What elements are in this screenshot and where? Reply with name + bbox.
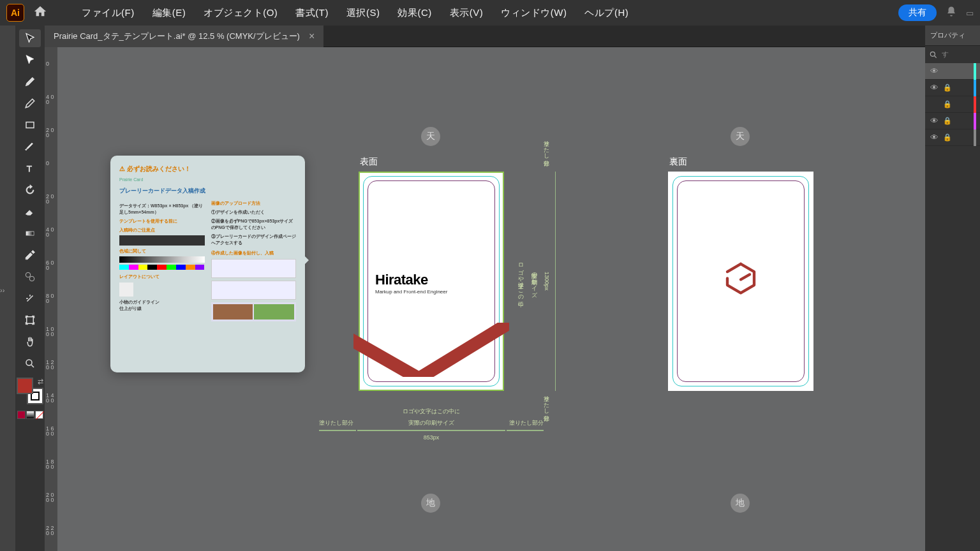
panel-tab-properties[interactable]: プロパティ <box>925 26 980 46</box>
home-icon[interactable] <box>33 4 47 22</box>
selection-tool[interactable] <box>19 29 41 47</box>
artboard-back-label: 裏面 <box>669 156 687 168</box>
paintbrush-tool[interactable] <box>19 138 41 156</box>
menu-window[interactable]: ウィンドウ(W) <box>492 7 575 19</box>
direct-selection-tool[interactable] <box>19 51 41 69</box>
layer-row[interactable]: 👁🔒 <box>925 129 980 146</box>
layer-row[interactable]: 🔒 <box>925 96 980 113</box>
horizontal-dimensions: ロゴや文字はこの中に 塗りたし部分 実際の印刷サイズ 塗りたし部分 853px <box>357 404 505 444</box>
app-logo[interactable]: Ai <box>6 4 24 22</box>
color-mode-none[interactable] <box>35 411 43 419</box>
close-tab-icon[interactable]: × <box>309 31 315 42</box>
symbol-sprayer-tool[interactable] <box>19 290 41 307</box>
type-tool[interactable]: T <box>19 159 41 177</box>
properties-panel: プロパティ す 👁 👁🔒 🔒 👁🔒 👁🔒 <box>925 26 980 551</box>
lock-icon[interactable]: 🔒 <box>943 133 953 142</box>
artboard-tool[interactable] <box>19 311 41 329</box>
callout-warning: ⚠ 必ずお読みください！ <box>119 165 296 173</box>
svg-point-6 <box>26 360 32 365</box>
rectangle-tool[interactable] <box>19 116 41 134</box>
arrange-icon[interactable]: ▭ <box>966 8 974 18</box>
lock-icon[interactable]: 🔒 <box>943 117 953 125</box>
curvature-tool[interactable] <box>19 94 41 112</box>
artboard-front[interactable]: 表面 Hiratake Markup and Front-end Enginee… <box>359 172 504 391</box>
callout-logo: Prairie Card <box>119 177 296 182</box>
canvas[interactable]: ⚠ 必ずお読みください！ Prairie Card プレーリーカードデータ入稿作… <box>57 47 925 551</box>
checkmark-graphic <box>353 323 509 377</box>
bleed-label-bottom: 塗りたし部分 <box>542 392 551 411</box>
svg-rect-5 <box>27 317 34 324</box>
eyedropper-tool[interactable] <box>19 246 41 264</box>
lock-icon[interactable]: 🔒 <box>943 84 953 92</box>
svg-rect-2 <box>26 231 34 235</box>
svg-point-7 <box>930 52 935 56</box>
artboard-back[interactable]: 裏面 <box>668 172 813 391</box>
svg-rect-0 <box>26 122 34 128</box>
notifications-icon[interactable] <box>946 6 957 20</box>
document-tab[interactable]: Prairie Card_タテ_テンプレート.ai* @ 12.5 % (CMY… <box>45 26 323 47</box>
document-area: Prairie Card_タテ_テンプレート.ai* @ 12.5 % (CMY… <box>45 26 925 551</box>
top-badge-front: 天 <box>421 127 440 146</box>
rotate-tool[interactable] <box>19 181 41 199</box>
share-button[interactable]: 共有 <box>898 4 937 21</box>
menu-view[interactable]: 表示(V) <box>441 7 493 19</box>
document-tab-label: Prairie Card_タテ_テンプレート.ai* @ 12.5 % (CMY… <box>54 31 300 42</box>
bottom-badge-front: 地 <box>421 494 440 513</box>
color-mode-solid[interactable] <box>17 411 26 419</box>
color-mode-gradient[interactable] <box>26 411 34 419</box>
pen-tool[interactable] <box>19 73 41 91</box>
visibility-icon[interactable]: 👁 <box>929 66 939 76</box>
hand-tool[interactable] <box>19 333 41 351</box>
lock-icon[interactable]: 🔒 <box>943 100 953 108</box>
card-subtitle-text: Markup and Front-end Engineer <box>375 289 447 295</box>
hexagon-logo <box>723 261 759 298</box>
layer-row[interactable]: 👁🔒 <box>925 80 980 96</box>
search-icon <box>929 50 938 59</box>
vertical-ruler[interactable]: 04 0 02 0 002 0 04 0 06 0 08 0 01 0 0 01… <box>45 47 57 551</box>
gradient-tool[interactable] <box>19 224 41 242</box>
top-badge-back: 天 <box>731 127 750 146</box>
layer-row[interactable]: 👁 <box>925 63 980 80</box>
menu-bar: ファイル(F) 編集(E) オブジェクト(O) 書式(T) 選択(S) 効果(C… <box>73 7 637 19</box>
menu-object[interactable]: オブジェクト(O) <box>195 7 286 19</box>
menu-help[interactable]: ヘルプ(H) <box>575 7 637 19</box>
visibility-icon[interactable]: 👁 <box>929 116 939 126</box>
bleed-label-top: 塗りたし部分 <box>542 136 551 156</box>
menu-edit[interactable]: 編集(E) <box>144 7 195 19</box>
zoom-tool[interactable] <box>19 355 41 372</box>
swap-fill-stroke-icon[interactable]: ⇄ <box>38 378 43 386</box>
visibility-icon[interactable]: 👁 <box>929 133 939 142</box>
fill-swatch[interactable] <box>17 378 33 394</box>
bottom-badge-back: 地 <box>731 494 750 513</box>
svg-point-4 <box>29 276 34 281</box>
fill-stroke-swatch[interactable]: ⇄ <box>17 378 43 404</box>
color-mode-toggles[interactable] <box>17 411 43 419</box>
instructions-callout: ⚠ 必ずお読みください！ Prairie Card プレーリーカードデータ入稿作… <box>110 156 305 372</box>
artboard-front-label: 表面 <box>360 156 378 168</box>
vertical-dimensions: ロゴや文字はこの中に 実際の印刷サイズ 1300px <box>517 172 556 391</box>
layer-search[interactable]: す <box>925 46 980 63</box>
callout-title: プレーリーカードデータ入稿作成 <box>119 187 296 195</box>
svg-text:T: T <box>27 164 32 173</box>
eraser-tool[interactable] <box>19 203 41 221</box>
panel-collapse-gutter[interactable]: ›› <box>0 26 15 551</box>
document-tabs: Prairie Card_タテ_テンプレート.ai* @ 12.5 % (CMY… <box>45 26 925 47</box>
layer-row[interactable]: 👁🔒 <box>925 113 980 129</box>
svg-point-3 <box>26 272 31 277</box>
visibility-icon[interactable]: 👁 <box>929 83 939 92</box>
menu-type[interactable]: 書式(T) <box>286 7 338 19</box>
menu-effect[interactable]: 効果(C) <box>389 7 440 19</box>
blend-tool[interactable] <box>19 268 41 286</box>
tools-panel: T ⇄ <box>15 26 45 551</box>
menu-file[interactable]: ファイル(F) <box>73 7 144 19</box>
menubar: Ai ファイル(F) 編集(E) オブジェクト(O) 書式(T) 選択(S) 効… <box>0 0 980 26</box>
menu-select[interactable]: 選択(S) <box>338 7 389 19</box>
card-name-text: Hiratake <box>375 272 428 288</box>
